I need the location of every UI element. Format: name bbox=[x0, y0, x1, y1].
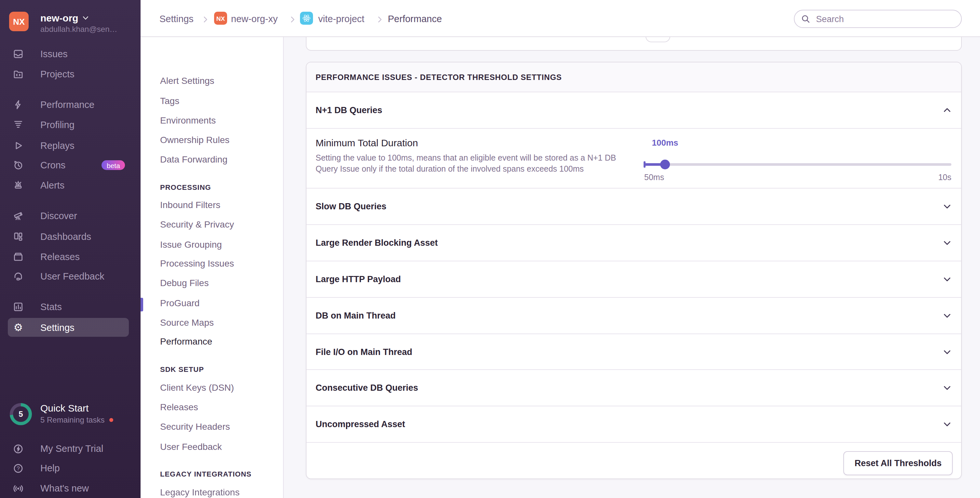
chevron-up-icon[interactable] bbox=[942, 105, 952, 115]
sidebar-item-stats[interactable]: Stats bbox=[0, 298, 140, 316]
quick-start-progress-ring[interactable]: 5 bbox=[10, 403, 32, 425]
detector-row-large-render-blocking-asset[interactable]: Large Render Blocking Asset bbox=[307, 225, 961, 261]
sidebar-item-help[interactable]: ? Help bbox=[0, 459, 140, 477]
detector-row-file-io-on-main-thread[interactable]: File I/O on Main Thread bbox=[307, 334, 961, 370]
settings-nav-security-privacy[interactable]: Security & Privacy bbox=[160, 218, 234, 231]
quick-start-count: 5 bbox=[13, 406, 29, 422]
settings-nav-debug-files[interactable]: Debug Files bbox=[160, 276, 208, 289]
settings-nav-processing-issues[interactable]: Processing Issues bbox=[160, 257, 234, 270]
settings-nav-performance[interactable]: Performance bbox=[160, 335, 212, 348]
sidebar-item-projects[interactable]: Projects bbox=[0, 65, 140, 83]
settings-nav-issue-grouping[interactable]: Issue Grouping bbox=[160, 238, 222, 251]
settings-nav-inbound-filters[interactable]: Inbound Filters bbox=[160, 198, 220, 211]
chevron-right-icon bbox=[289, 14, 297, 26]
settings-nav-security-headers[interactable]: Security Headers bbox=[160, 420, 230, 433]
detector-row-slow-db-queries[interactable]: Slow DB Queries bbox=[307, 189, 961, 225]
breadcrumb-org[interactable]: new-org-xy bbox=[231, 14, 278, 24]
detector-row-uncompressed-asset[interactable]: Uncompressed Asset bbox=[307, 407, 961, 443]
slider-value: 100ms bbox=[652, 138, 678, 147]
chevron-down-icon[interactable] bbox=[942, 383, 952, 393]
quick-start-title[interactable]: Quick Start bbox=[40, 403, 89, 414]
sidebar-item-replays[interactable]: Replays bbox=[0, 136, 140, 155]
minimum-total-duration-row: Minimum Total Duration Setting the value… bbox=[307, 129, 961, 189]
sidebar-item-discover[interactable]: Discover bbox=[0, 207, 140, 225]
chevron-down-icon[interactable] bbox=[942, 274, 952, 284]
sidebar-item-my-sentry-trial[interactable]: My Sentry Trial bbox=[0, 439, 140, 458]
trial-bolt-icon bbox=[13, 443, 24, 454]
whats-new-icon bbox=[13, 483, 24, 493]
settings-sidebar: Alert Settings Tags Environments Ownersh… bbox=[140, 36, 284, 498]
settings-nav-releases[interactable]: Releases bbox=[160, 400, 198, 414]
notification-dot bbox=[109, 418, 113, 422]
discover-icon bbox=[13, 211, 24, 221]
sidebar-item-whats-new[interactable]: What's new bbox=[0, 479, 140, 497]
chevron-down-icon[interactable] bbox=[942, 347, 952, 357]
settings-nav-header-legacy: LEGACY INTEGRATIONS bbox=[160, 469, 251, 479]
detector-row-consecutive-db-queries[interactable]: Consecutive DB Queries bbox=[307, 370, 961, 407]
detector-row-db-on-main-thread[interactable]: DB on Main Thread bbox=[307, 297, 961, 334]
detector-threshold-panel: PERFORMANCE ISSUES - DETECTOR THRESHOLD … bbox=[306, 62, 962, 479]
scrolled-input-notch bbox=[646, 36, 670, 42]
sidebar-item-performance[interactable]: Performance bbox=[0, 95, 140, 114]
profiling-icon bbox=[13, 120, 24, 130]
org-user-email: abdullah.khan@sen… bbox=[40, 25, 138, 34]
minimum-total-duration-slider[interactable]: 100ms 50ms 10s bbox=[644, 138, 951, 181]
settings-nav-source-maps[interactable]: Source Maps bbox=[160, 316, 214, 329]
detector-row-n-plus-one[interactable]: N+1 DB Queries bbox=[307, 92, 961, 129]
sidebar-item-releases[interactable]: Releases bbox=[0, 248, 140, 266]
slider-min-label: 50ms bbox=[644, 173, 664, 182]
help-icon: ? bbox=[13, 463, 24, 473]
top-bar: Settings NX new-org-xy vite-project Perf… bbox=[140, 0, 980, 37]
slider-start-tick bbox=[644, 161, 646, 168]
settings-nav-client-keys[interactable]: Client Keys (DSN) bbox=[160, 381, 234, 394]
beta-badge: beta bbox=[102, 160, 125, 170]
detector-row-large-http-payload[interactable]: Large HTTP Payload bbox=[307, 261, 961, 298]
performance-icon bbox=[13, 100, 24, 110]
gear-icon: ⚙ bbox=[13, 322, 24, 333]
chevron-down-icon[interactable] bbox=[942, 238, 952, 248]
breadcrumb-project[interactable]: vite-project bbox=[318, 14, 364, 24]
sidebar-item-settings[interactable]: ⚙ Settings bbox=[8, 318, 129, 337]
breadcrumb-org-badge: NX bbox=[214, 12, 227, 25]
settings-nav-ownership-rules[interactable]: Ownership Rules bbox=[160, 133, 229, 146]
crons-icon bbox=[13, 160, 24, 170]
sidebar-item-crons[interactable]: Crons beta bbox=[0, 156, 140, 174]
chevron-right-icon bbox=[376, 14, 384, 26]
slider-track[interactable] bbox=[644, 163, 951, 166]
reset-all-thresholds-button[interactable]: Reset All Thresholds bbox=[843, 451, 953, 475]
react-project-icon bbox=[300, 12, 313, 25]
settings-nav-alert-settings[interactable]: Alert Settings bbox=[160, 74, 215, 87]
org-name: new-org bbox=[40, 12, 78, 24]
svg-text:?: ? bbox=[17, 465, 19, 471]
panel-title: PERFORMANCE ISSUES - DETECTOR THRESHOLD … bbox=[307, 62, 961, 92]
quick-start-subtitle: 5 Remaining tasks bbox=[40, 416, 113, 425]
org-avatar[interactable]: NX bbox=[9, 12, 29, 31]
issues-icon bbox=[13, 49, 24, 59]
sidebar-item-dashboards[interactable]: Dashboards bbox=[0, 228, 140, 246]
settings-nav-proguard[interactable]: ProGuard bbox=[160, 297, 199, 309]
breadcrumb-settings[interactable]: Settings bbox=[159, 14, 194, 24]
search-input[interactable] bbox=[815, 13, 947, 24]
chevron-down-icon[interactable] bbox=[942, 311, 952, 320]
settings-nav-header-sdk-setup: SDK SETUP bbox=[160, 364, 204, 374]
settings-nav-tags[interactable]: Tags bbox=[160, 94, 179, 107]
releases-icon bbox=[13, 252, 24, 262]
user-feedback-icon bbox=[13, 271, 24, 282]
settings-nav-legacy-integrations[interactable]: Legacy Integrations bbox=[160, 486, 239, 498]
dashboards-icon bbox=[13, 232, 24, 242]
chevron-down-icon[interactable] bbox=[942, 201, 952, 211]
settings-nav-environments[interactable]: Environments bbox=[160, 114, 216, 127]
chevron-down-icon bbox=[82, 14, 89, 21]
settings-nav-user-feedback[interactable]: User Feedback bbox=[160, 440, 222, 453]
sidebar-item-user-feedback[interactable]: User Feedback bbox=[0, 267, 140, 285]
sidebar-item-alerts[interactable]: Alerts bbox=[0, 176, 140, 194]
org-switcher[interactable]: new-org bbox=[40, 12, 89, 24]
chevron-down-icon[interactable] bbox=[942, 420, 952, 430]
settings-nav-data-forwarding[interactable]: Data Forwarding bbox=[160, 153, 228, 166]
sidebar-item-issues[interactable]: Issues bbox=[0, 45, 140, 63]
projects-icon bbox=[13, 69, 24, 79]
sidebar-item-profiling[interactable]: Profiling bbox=[0, 116, 140, 134]
search-box[interactable] bbox=[794, 10, 962, 28]
chevron-right-icon bbox=[202, 14, 210, 26]
slider-thumb[interactable] bbox=[660, 160, 670, 170]
